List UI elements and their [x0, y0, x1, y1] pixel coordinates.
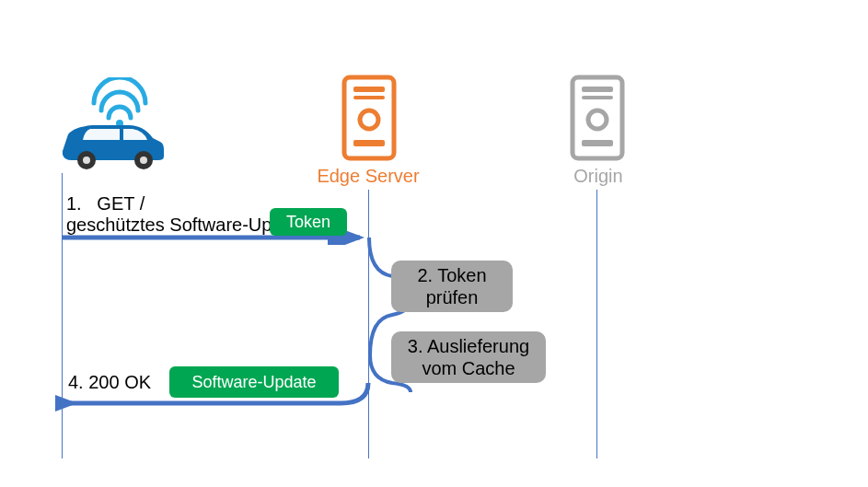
svg-rect-12	[582, 96, 613, 99]
step1-method: GET /	[97, 193, 145, 214]
origin-server-icon	[569, 74, 626, 162]
edge-server-label: Edge Server	[313, 166, 423, 187]
payload-badge: Software-Update	[169, 366, 339, 398]
svg-point-13	[588, 110, 607, 129]
step4-status: 4. 200 OK	[68, 372, 151, 393]
origin-lifeline	[596, 190, 597, 458]
car-client-icon	[55, 77, 166, 169]
svg-point-4	[140, 157, 147, 164]
svg-rect-14	[582, 140, 613, 146]
edge-server-icon	[341, 74, 398, 162]
svg-point-2	[83, 157, 90, 164]
svg-rect-6	[353, 87, 385, 92]
svg-rect-11	[582, 87, 613, 92]
step2-box: 2. Token prüfen	[391, 261, 513, 312]
svg-rect-9	[353, 140, 385, 146]
step1-number: 1.	[66, 193, 82, 214]
step3-box: 3. Auslieferung vom Cache	[391, 331, 546, 383]
token-badge: Token	[270, 208, 347, 236]
step1-line1: 1. GET /	[66, 193, 145, 215]
origin-server-label: Origin	[552, 166, 644, 187]
svg-rect-7	[353, 96, 385, 99]
svg-point-8	[360, 110, 378, 129]
